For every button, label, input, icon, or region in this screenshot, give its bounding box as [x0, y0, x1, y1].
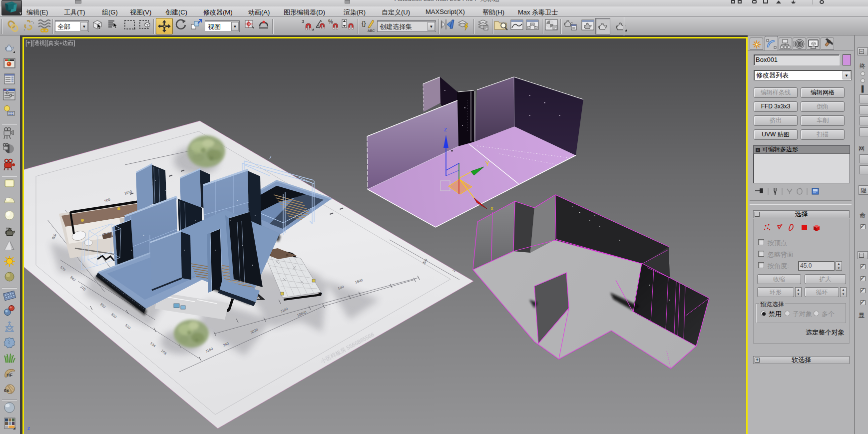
- svg-text:{}: {}: [362, 19, 366, 27]
- svg-text:z: z: [27, 425, 30, 431]
- svg-text:HF: HF: [6, 373, 12, 378]
- svg-text:x: x: [490, 205, 493, 212]
- svg-text:0x: 0x: [4, 388, 9, 393]
- svg-text:[+][透视][真实+边面]: [+][透视][真实+边面]: [25, 39, 75, 46]
- svg-text:Y: Y: [485, 160, 489, 167]
- svg-text:ABC: ABC: [368, 29, 375, 32]
- svg-text:z: z: [444, 126, 447, 133]
- svg-text:%: %: [328, 18, 333, 24]
- svg-text:3: 3: [302, 19, 304, 24]
